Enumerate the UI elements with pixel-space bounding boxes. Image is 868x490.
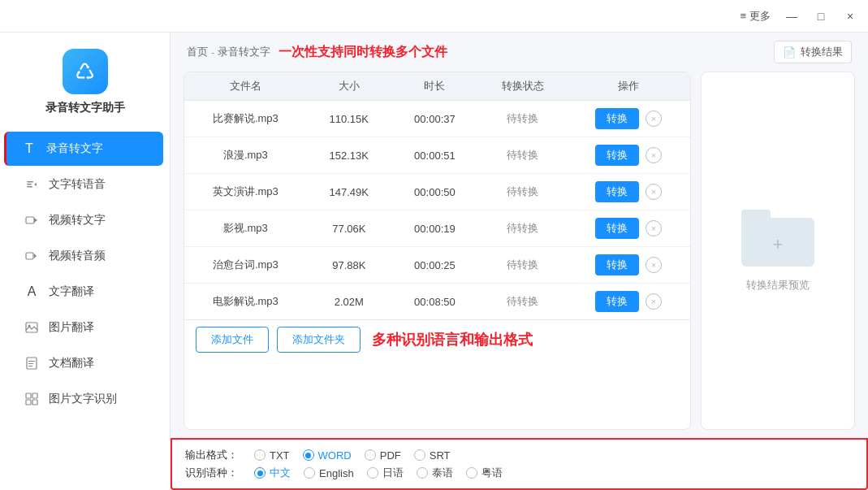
add-file-button[interactable]: 添加文件 xyxy=(196,327,269,353)
remove-button-0[interactable]: × xyxy=(646,111,662,127)
sidebar-item-text-to-speech[interactable]: 文字转语音 xyxy=(6,167,163,202)
svg-rect-11 xyxy=(28,363,33,364)
convert-button-4[interactable]: 转换 xyxy=(595,254,639,275)
app-logo: ♺ xyxy=(63,49,108,94)
text-to-speech-icon xyxy=(23,176,41,193)
cell-filename: 英文演讲.mp3 xyxy=(184,174,307,210)
cell-duration: 00:00:51 xyxy=(391,137,478,174)
logo-icon: ♺ xyxy=(75,59,95,85)
breadcrumb-sep: - xyxy=(211,46,214,59)
lang-radio-cantonese[interactable]: 粤语 xyxy=(466,466,503,480)
convert-button-2[interactable]: 转换 xyxy=(595,181,639,202)
table-row: 电影解说.mp3 2.02M 00:08:50 待转换 转换 × xyxy=(184,284,690,320)
remove-button-1[interactable]: × xyxy=(646,147,662,163)
table-row: 影视.mp3 77.06K 00:00:19 待转换 转换 × xyxy=(184,210,690,247)
lang-label-thai: 泰语 xyxy=(432,466,453,480)
result-button[interactable]: 📄 转换结果 xyxy=(774,41,852,63)
cell-duration: 00:00:37 xyxy=(391,101,478,137)
lang-radio-japanese[interactable]: 日语 xyxy=(367,466,404,480)
remove-button-5[interactable]: × xyxy=(646,293,662,310)
more-menu[interactable]: ≡ 更多 xyxy=(740,9,771,24)
minimize-button[interactable]: — xyxy=(784,8,800,24)
cell-action: 转换 × xyxy=(567,101,690,137)
result-label: 转换结果 xyxy=(801,45,843,59)
format-radio-word[interactable]: WORD xyxy=(303,449,352,462)
breadcrumb: 首页 - 录音转文字 一次性支持同时转换多个文件 xyxy=(187,44,447,61)
sidebar-label-image-ocr: 图片文字识别 xyxy=(49,392,117,406)
sidebar-item-image-translate[interactable]: 图片翻译 xyxy=(6,310,163,345)
cell-size: 2.02M xyxy=(307,284,391,320)
text-translate-icon: A xyxy=(23,283,41,301)
convert-button-0[interactable]: 转换 xyxy=(595,108,639,129)
sidebar-item-speech-to-text[interactable]: T 录音转文字 xyxy=(4,132,163,166)
format-radio-txt[interactable]: TXT xyxy=(254,449,290,462)
content-header: 首页 - 录音转文字 一次性支持同时转换多个文件 📄 转换结果 xyxy=(171,33,868,72)
format-label-txt: TXT xyxy=(270,449,290,462)
sidebar-item-doc-translate[interactable]: 文档翻译 xyxy=(6,346,163,380)
lang-label-chinese: 中文 xyxy=(270,466,291,480)
radio-circle-txt xyxy=(254,449,266,461)
col-status: 转换状态 xyxy=(478,72,567,101)
table-row: 治愈台词.mp3 97.88K 00:00:25 待转换 转换 × xyxy=(184,247,690,284)
svg-rect-3 xyxy=(26,217,34,223)
lang-radio-chinese[interactable]: 中文 xyxy=(254,466,291,480)
remove-button-3[interactable]: × xyxy=(646,220,662,236)
lang-label-english: English xyxy=(319,467,354,479)
cell-status: 待转换 xyxy=(478,284,567,320)
cell-filename: 治愈台词.mp3 xyxy=(184,247,307,284)
svg-rect-0 xyxy=(27,181,33,183)
format-radio-srt[interactable]: SRT xyxy=(414,449,451,462)
breadcrumb-home: 首页 xyxy=(187,45,208,59)
lang-radio-english[interactable]: English xyxy=(304,467,354,479)
output-format-row: 输出格式： TXT WORD PDF SRT xyxy=(185,446,853,464)
cell-status: 待转换 xyxy=(478,137,567,174)
settings-section: 输出格式： TXT WORD PDF SRT 识别语种： 中文 English … xyxy=(171,438,868,490)
sidebar-label-doc-translate: 文档翻译 xyxy=(49,356,94,371)
preview-label: 转换结果预览 xyxy=(746,278,810,293)
title-bar: ≡ 更多 — □ × xyxy=(0,0,868,33)
svg-rect-5 xyxy=(26,253,33,259)
maximize-button[interactable]: □ xyxy=(813,8,829,24)
sidebar-item-video-to-text[interactable]: 视频转文字 xyxy=(6,203,163,237)
svg-rect-1 xyxy=(27,184,32,185)
bottom-toolbar: 添加文件 添加文件夹 多种识别语言和输出格式 xyxy=(184,319,690,359)
radio-circle-chinese xyxy=(254,467,266,479)
cell-filename: 比赛解说.mp3 xyxy=(184,101,307,137)
lang-radio-thai[interactable]: 泰语 xyxy=(417,466,453,480)
convert-button-3[interactable]: 转换 xyxy=(595,218,639,239)
radio-circle-japanese xyxy=(367,467,378,479)
language-radio-group: 中文 English 日语 泰语 粤语 xyxy=(254,466,503,480)
file-table: 文件名 大小 时长 转换状态 操作 比赛解说.mp3 110.15K 00:00… xyxy=(184,72,690,319)
format-radio-pdf[interactable]: PDF xyxy=(365,449,401,462)
remove-button-2[interactable]: × xyxy=(646,184,662,200)
app-name: 录音转文字助手 xyxy=(45,101,125,115)
content: 首页 - 录音转文字 一次性支持同时转换多个文件 📄 转换结果 文件名 大小 xyxy=(171,33,868,490)
toolbar-hint: 多种识别语言和输出格式 xyxy=(372,330,533,349)
close-button[interactable]: × xyxy=(842,8,858,24)
video-to-text-icon xyxy=(23,211,41,229)
sidebar-item-image-ocr[interactable]: 图片文字识别 xyxy=(6,382,163,416)
add-folder-button[interactable]: 添加文件夹 xyxy=(277,327,361,353)
svg-rect-10 xyxy=(28,361,35,362)
col-duration: 时长 xyxy=(391,72,478,101)
cell-filename: 影视.mp3 xyxy=(184,210,307,247)
svg-rect-7 xyxy=(26,323,37,332)
svg-marker-4 xyxy=(34,218,37,223)
radio-circle-english xyxy=(304,467,315,479)
table-row: 浪漫.mp3 152.13K 00:00:51 待转换 转换 × xyxy=(184,137,690,174)
svg-rect-15 xyxy=(26,400,31,405)
sidebar-item-text-translate[interactable]: A 文字翻译 xyxy=(6,275,163,309)
convert-button-5[interactable]: 转换 xyxy=(595,291,639,312)
sidebar-item-video-to-audio[interactable]: 视频转音频 xyxy=(6,239,163,273)
format-label-pdf: PDF xyxy=(380,449,401,462)
lang-label-japanese: 日语 xyxy=(382,466,404,480)
lang-label-cantonese: 粤语 xyxy=(482,466,503,480)
remove-button-4[interactable]: × xyxy=(646,257,662,273)
cell-action: 转换 × xyxy=(567,210,690,247)
more-label: 更多 xyxy=(749,9,771,24)
cell-action: 转换 × xyxy=(567,247,690,284)
cell-status: 待转换 xyxy=(478,101,567,137)
cell-action: 转换 × xyxy=(567,284,690,320)
hamburger-icon: ≡ xyxy=(740,10,746,22)
convert-button-1[interactable]: 转换 xyxy=(595,145,639,166)
